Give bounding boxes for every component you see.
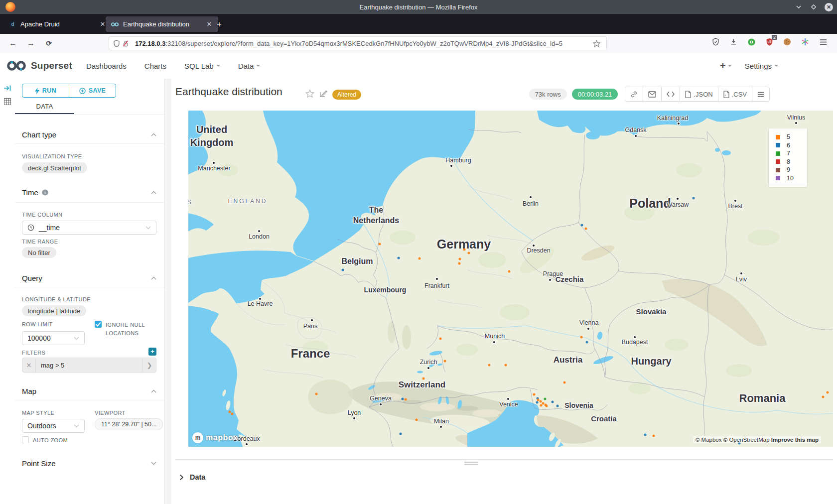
- minimize-icon[interactable]: [795, 3, 803, 11]
- mapbox-wordmark: mapbox: [206, 433, 238, 442]
- tab-label: Earthquake distribution: [123, 20, 189, 28]
- map-city-label: Frankfurt: [424, 282, 449, 289]
- time-column-label: TIME COLUMN: [22, 212, 62, 218]
- ignore-null-checkbox[interactable]: [95, 321, 102, 328]
- nav-charts[interactable]: Charts: [144, 62, 166, 70]
- url-host: 172.18.0.3: [135, 40, 165, 47]
- time-range-label: TIME RANGE: [22, 239, 58, 245]
- cookie-icon[interactable]: [782, 37, 792, 47]
- maximize-icon[interactable]: [810, 3, 818, 11]
- email-button[interactable]: [643, 87, 662, 101]
- tab-apache-druid[interactable]: d Apache Druid ✕: [4, 16, 112, 32]
- forward-button[interactable]: →: [25, 37, 37, 49]
- close-icon[interactable]: ✕: [825, 3, 833, 11]
- browser-titlebar: Earthquake distribution — Mozilla Firefo…: [0, 0, 837, 14]
- time-range-value[interactable]: No filter: [22, 247, 56, 258]
- auto-zoom-checkbox[interactable]: [22, 436, 29, 443]
- embed-code-button[interactable]: [662, 87, 680, 101]
- lonlat-value[interactable]: longitude | latitude: [22, 305, 86, 316]
- url-input[interactable]: 172.18.0.3:32108/superset/explore/?form_…: [109, 36, 607, 50]
- legend-item: 8: [776, 158, 807, 166]
- add-filter-button[interactable]: +: [148, 348, 156, 356]
- save-button[interactable]: SAVE: [69, 84, 116, 97]
- map-legend: 5678910: [769, 128, 807, 187]
- nav-sql-lab[interactable]: SQL Lab: [184, 62, 220, 70]
- improve-map-link[interactable]: Improve this map: [771, 437, 819, 443]
- favorite-star-icon[interactable]: [305, 89, 314, 100]
- insecure-lock-icon[interactable]: [122, 40, 129, 47]
- earthquake-point: [315, 393, 318, 395]
- export-csv-button[interactable]: x .CSV: [718, 87, 752, 101]
- data-section-toggle[interactable]: Data: [179, 473, 205, 481]
- legend-swatch: [776, 151, 780, 156]
- superset-logo[interactable]: Superset: [6, 59, 72, 73]
- city-marker: [530, 196, 532, 198]
- legend-swatch: [776, 135, 780, 139]
- adblock-shield-icon[interactable]: uB 2: [764, 37, 774, 47]
- shield-icon[interactable]: [113, 40, 120, 47]
- chart-title: Earthquake distribution: [175, 86, 282, 98]
- brand-name: Superset: [31, 60, 72, 71]
- export-json-button[interactable]: .JSON: [680, 87, 718, 101]
- row-limit-select[interactable]: 100000: [22, 331, 85, 345]
- download-icon[interactable]: [728, 37, 738, 47]
- section-map[interactable]: Map: [22, 384, 156, 398]
- remove-filter-icon[interactable]: ✕: [22, 358, 36, 372]
- menu-icon[interactable]: [818, 37, 828, 47]
- filter-chip[interactable]: ✕ mag > 5 ❯: [22, 358, 156, 373]
- tab-close-icon[interactable]: ✕: [205, 20, 213, 28]
- new-tab-button[interactable]: +: [213, 18, 225, 30]
- section-time[interactable]: Time: [22, 185, 156, 199]
- tab-earthquake-distribution[interactable]: Earthquake distribution ✕: [106, 16, 218, 32]
- plus-circle-icon: [79, 88, 86, 94]
- chevron-down-icon: [145, 226, 151, 230]
- legend-label: 9: [787, 166, 790, 173]
- grid-icon[interactable]: [3, 98, 11, 108]
- viewport-value[interactable]: 11° 28' 29.70" | 50...: [95, 418, 163, 430]
- bookmark-star-icon[interactable]: [593, 40, 600, 47]
- extension-green-icon[interactable]: [746, 37, 756, 47]
- city-marker: [440, 426, 442, 428]
- nav-dashboards[interactable]: Dashboards: [86, 62, 127, 70]
- edit-properties-icon[interactable]: [319, 90, 327, 100]
- mapbox-logo[interactable]: m mapbox: [192, 432, 238, 443]
- section-chart-type[interactable]: Chart type: [22, 127, 156, 141]
- copy-link-button[interactable]: [625, 87, 643, 101]
- add-new-button[interactable]: +: [720, 60, 732, 72]
- control-panel: RUN SAVE DATA Chart type VISUALIZATION T…: [15, 79, 165, 504]
- nav-data[interactable]: Data: [238, 62, 261, 70]
- earthquake-point: [693, 197, 695, 200]
- map-city-label: Vienna: [579, 319, 599, 326]
- expand-datasource-panel-icon[interactable]: [3, 85, 11, 94]
- section-query[interactable]: Query: [22, 271, 156, 285]
- map-country-label: ES: [188, 199, 193, 206]
- visualization-type-value[interactable]: deck.gl Scatterplot: [22, 162, 87, 173]
- tab-data[interactable]: DATA: [15, 103, 74, 110]
- chart-menu-button[interactable]: [752, 87, 769, 101]
- section-point-size[interactable]: Point Size: [22, 456, 156, 470]
- left-rail: [0, 79, 15, 504]
- map-city-label: Milan: [434, 418, 449, 425]
- panel-drag-handle[interactable]: [464, 462, 478, 466]
- map-city-label: Zurich: [420, 359, 437, 366]
- city-marker: [311, 319, 313, 321]
- map-country-label: Luxembourg: [364, 286, 407, 294]
- settings-menu[interactable]: Settings: [745, 62, 778, 70]
- map-city-label: Warsaw: [667, 201, 689, 208]
- earthquake-point: [544, 398, 547, 400]
- earthquake-point: [463, 249, 466, 251]
- back-button[interactable]: ←: [7, 37, 19, 49]
- legend-item: 6: [776, 141, 807, 150]
- protections-shield-icon[interactable]: [710, 37, 720, 47]
- chevron-right-icon[interactable]: ❯: [142, 358, 156, 372]
- deckgl-scatterplot-map[interactable]: UnitedKingdomENGLANDESTheNetherlandsBelg…: [188, 111, 833, 447]
- time-column-select[interactable]: __time: [22, 221, 156, 235]
- colorful-extension-icon[interactable]: [800, 37, 810, 47]
- osm-attribution-link[interactable]: © OpenStreetMap: [723, 437, 770, 443]
- run-button[interactable]: RUN: [22, 84, 69, 97]
- firefox-icon: [5, 2, 15, 12]
- map-style-select[interactable]: Outdoors: [22, 419, 85, 433]
- city-marker: [533, 245, 535, 247]
- mapbox-attribution-link[interactable]: © Mapbox: [696, 437, 722, 443]
- reload-button[interactable]: ⟳: [43, 37, 55, 49]
